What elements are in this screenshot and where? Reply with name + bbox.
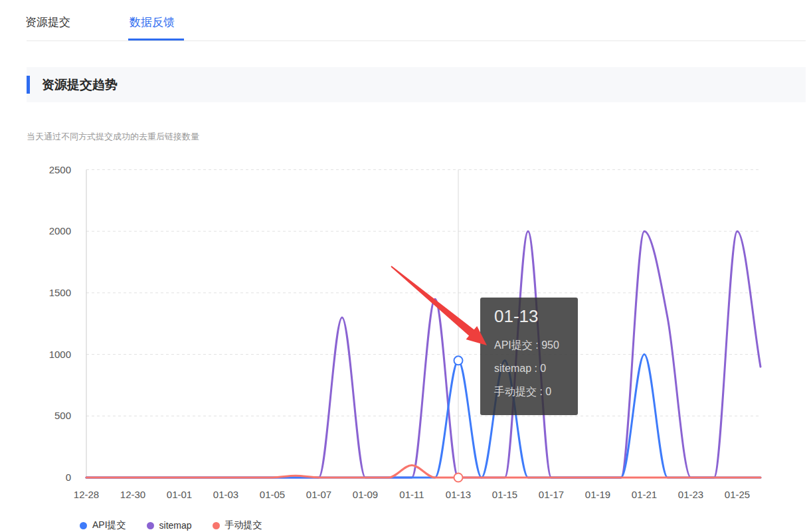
legend-dot-icon [147,522,154,529]
y-tick-label: 2500 [49,164,71,175]
x-tick-label: 01-05 [260,489,285,500]
data-feedback-page: 资源提交 数据反馈 资源提交趋势 当天通过不同方式提交成功的去重后链接数量 05… [0,0,807,532]
y-tick-label: 0 [66,472,71,483]
legend-label: API提交 [92,519,126,531]
tooltip-line: sitemap : 0 [494,357,578,380]
tooltip-lines: API提交 : 950sitemap : 0手动提交 : 0 [494,333,578,403]
x-tick-label: 01-21 [632,489,657,500]
hover-marker-API提交 [454,356,463,365]
y-tick-label: 500 [54,410,71,421]
x-tick-label: 01-25 [725,489,750,500]
legend-dot-icon [213,522,220,529]
y-tick-label: 1500 [49,287,71,298]
legend-item-手动提交[interactable]: 手动提交 [213,519,262,531]
x-tick-label: 01-11 [399,489,424,500]
x-tick-label: 01-19 [585,489,610,500]
x-tick-label: 12-28 [74,489,99,500]
x-tick-label: 01-01 [167,489,192,500]
y-tick-label: 2000 [49,225,71,236]
x-tick-label: 01-09 [353,489,378,500]
trend-chart-canvas[interactable]: 0500100015002000250012-2812-3001-0101-03… [0,0,807,532]
x-tick-label: 01-03 [213,489,238,500]
chart-tooltip: 01-13 API提交 : 950sitemap : 0手动提交 : 0 [480,298,578,415]
legend-item-sitemap[interactable]: sitemap [147,520,192,531]
legend-label: 手动提交 [225,519,262,531]
hover-marker-手动提交 [454,474,463,482]
legend-dot-icon [80,522,87,529]
x-tick-label: 01-07 [306,489,331,500]
x-tick-label: 01-17 [539,489,564,500]
chart-legend: API提交sitemap手动提交 [80,519,262,531]
legend-label: sitemap [159,520,192,531]
tooltip-line: 手动提交 : 0 [494,380,578,403]
series-line-手动提交 [86,465,761,478]
tooltip-line: API提交 : 950 [494,333,578,357]
legend-item-API提交[interactable]: API提交 [80,519,126,531]
x-tick-label: 01-23 [678,489,703,500]
tooltip-date: 01-13 [494,306,578,327]
x-tick-label: 12-30 [120,489,145,500]
y-tick-label: 1000 [49,349,71,360]
x-tick-label: 01-15 [492,489,517,500]
x-tick-label: 01-13 [446,489,471,500]
